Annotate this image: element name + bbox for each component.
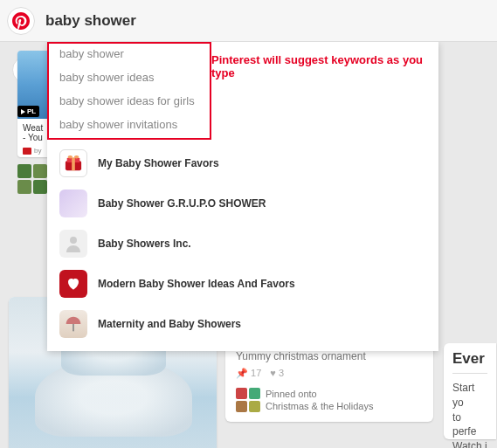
- thumb[interactable]: [33, 180, 47, 194]
- pinterest-icon: [12, 12, 30, 30]
- ever-card[interactable]: Ever Start yo to perfe Watch i: [444, 343, 496, 439]
- svg-point-8: [68, 155, 72, 159]
- user-name: Modern Baby Shower Ideas And Favors: [98, 278, 295, 290]
- gift-icon: [64, 155, 83, 172]
- thumb[interactable]: [33, 164, 47, 178]
- svg-point-10: [70, 237, 77, 244]
- user-avatar: [59, 310, 87, 338]
- suggestion-item[interactable]: baby shower ideas for girls: [47, 89, 438, 113]
- user-name: My Baby Shower Favors: [98, 157, 219, 169]
- svg-rect-7: [72, 158, 75, 171]
- umbrella-icon: [65, 315, 82, 333]
- suggestion-item[interactable]: baby shower invitations: [47, 113, 438, 136]
- user-result[interactable]: Maternity and Baby Showers: [47, 304, 438, 344]
- user-result[interactable]: Baby Showers Inc.: [47, 224, 438, 264]
- like-count: ♥ 3: [270, 368, 284, 379]
- search-input[interactable]: [42, 6, 490, 36]
- ever-title: Ever: [452, 350, 487, 374]
- user-result[interactable]: Modern Baby Shower Ideas And Favors: [47, 264, 438, 304]
- annotation-text: Pinterest will suggest keywords as you t…: [211, 53, 438, 79]
- ever-text: Start yo to perfe Watch i: [452, 381, 487, 448]
- pinterest-logo[interactable]: [7, 7, 35, 35]
- ornament-pin-card[interactable]: Yummy christmas ornament 📌 17 ♥ 3 Pinned…: [225, 343, 433, 422]
- user-result[interactable]: My Baby Shower Favors: [47, 143, 438, 183]
- user-result[interactable]: Baby Shower G.R.U.P.O SHOWER: [47, 183, 438, 224]
- heart-icon: [66, 276, 81, 292]
- user-avatar: [59, 190, 87, 217]
- header-bar: [0, 0, 497, 42]
- pin-stats: 📌 17 ♥ 3: [236, 368, 423, 379]
- play-button[interactable]: PL: [17, 106, 39, 117]
- user-avatar: [59, 149, 87, 177]
- user-name: Baby Shower G.R.U.P.O SHOWER: [98, 197, 266, 210]
- pin-title: Yummy christmas ornament: [236, 350, 423, 362]
- search-suggestions-dropdown: Pinterest will suggest keywords as you t…: [47, 42, 438, 351]
- thumb[interactable]: [17, 180, 31, 194]
- repin-count: 📌 17: [236, 368, 261, 379]
- svg-point-9: [74, 155, 79, 159]
- youtube-icon: [23, 148, 31, 155]
- pinned-label: Pinned onto: [266, 388, 374, 400]
- board-name: Christmas & the Holidays: [266, 400, 374, 412]
- user-name: Maternity and Baby Showers: [98, 318, 241, 330]
- user-avatar: [59, 270, 87, 298]
- thumb[interactable]: [17, 164, 31, 178]
- svg-rect-11: [72, 324, 74, 331]
- person-icon: [63, 233, 84, 254]
- user-name: Baby Showers Inc.: [98, 238, 191, 250]
- user-avatar: [59, 230, 87, 258]
- pinned-onto-section[interactable]: Pinned onto Christmas & the Holidays: [236, 388, 423, 413]
